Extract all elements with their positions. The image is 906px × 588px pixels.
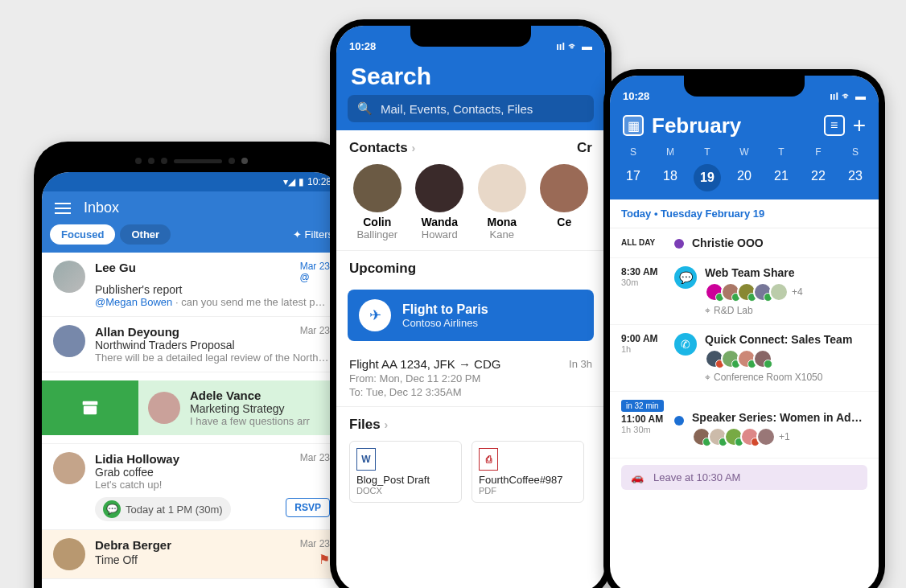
avatar bbox=[148, 392, 180, 424]
sender-name: Adele Vance bbox=[190, 389, 320, 402]
snippet: I have a few questions arr bbox=[190, 415, 320, 427]
subject: Northwind Traders Proposal bbox=[95, 339, 330, 352]
day-button[interactable]: 20 bbox=[728, 164, 760, 191]
weekday-row: S M T W T F S bbox=[610, 143, 879, 161]
message-row[interactable]: Debra Berger Mar 23 Time Off ⚑ bbox=[42, 530, 341, 579]
day-button[interactable]: 17 bbox=[617, 164, 649, 191]
countdown-badge: in 32 min bbox=[621, 400, 664, 412]
status-bar: ▾◢▮ 10:28 bbox=[42, 172, 341, 191]
file-card[interactable]: ⎙ FourthCoffee#987 PDF bbox=[472, 441, 584, 503]
phone-inbox: ▾◢▮ 10:28 Inbox Focused Other ✦ Filters bbox=[34, 142, 349, 588]
contact-first: Colin bbox=[349, 216, 406, 228]
contact-first: Mona bbox=[474, 216, 530, 228]
wifi-icon: ᯤ bbox=[568, 40, 579, 52]
contacts-header[interactable]: Contacts › Cr bbox=[336, 130, 605, 161]
date-row: 17 18 19 20 21 22 23 bbox=[610, 161, 879, 195]
event-chip: 💬 Today at 1 PM (30m) bbox=[95, 497, 231, 521]
upcoming-sub: Contoso Airlines bbox=[402, 317, 488, 329]
notch bbox=[410, 26, 531, 47]
sender-name: Lee Gu bbox=[95, 261, 136, 274]
word-icon: W bbox=[356, 448, 376, 471]
contact-last: Kane bbox=[474, 228, 530, 241]
attendees: +1 bbox=[692, 427, 867, 446]
contact-first: Wanda bbox=[412, 216, 468, 228]
svg-rect-1 bbox=[84, 406, 97, 415]
file-card[interactable]: W Blog_Post Draft DOCX bbox=[349, 441, 462, 503]
plane-icon: ✈ bbox=[359, 299, 391, 331]
contact-first: Ce bbox=[537, 216, 593, 228]
flight-item[interactable]: Flight AA 1234, JFK → CDG In 3h From: Mo… bbox=[336, 349, 605, 407]
day-button-today[interactable]: 19 bbox=[694, 164, 721, 191]
event-title: Christie OOO bbox=[692, 236, 867, 249]
archive-icon bbox=[79, 397, 101, 419]
event-dot bbox=[674, 416, 684, 426]
day-button[interactable]: 22 bbox=[802, 164, 834, 191]
month-title[interactable]: February bbox=[652, 113, 816, 138]
day-button[interactable]: 21 bbox=[765, 164, 797, 191]
event-time: in 32 min 11:00 AM 1h 30m bbox=[621, 400, 666, 450]
attendees bbox=[705, 349, 867, 368]
allday-label: ALL DAY bbox=[621, 236, 666, 249]
contact-card[interactable]: Colin Ballinger bbox=[349, 164, 406, 241]
contact-last: Ballinger bbox=[349, 228, 406, 241]
contact-card[interactable]: Mona Kane bbox=[474, 164, 530, 241]
attendees: +4 bbox=[705, 282, 867, 302]
event-row[interactable]: 9:00 AM 1h ✆ Quick Connect: Sales Team ⌖… bbox=[610, 325, 879, 392]
agenda-icon[interactable]: ≡ bbox=[824, 115, 845, 136]
message-date: Mar 23 @ bbox=[300, 261, 330, 283]
archive-action[interactable] bbox=[42, 380, 138, 435]
sender-name: Allan Deyoung bbox=[95, 325, 179, 339]
message-date: Mar 23 bbox=[300, 325, 330, 336]
sender-name: Lidia Holloway bbox=[95, 452, 179, 466]
add-event-button[interactable]: + bbox=[853, 113, 866, 138]
contact-card[interactable]: Ce bbox=[537, 164, 593, 241]
tab-other[interactable]: Other bbox=[120, 224, 171, 245]
upcoming-card[interactable]: ✈ Flight to Paris Contoso Airlines bbox=[348, 290, 594, 341]
flight-eta: In 3h bbox=[569, 358, 592, 370]
message-row[interactable]: Allan Deyoung Mar 23 Northwind Traders P… bbox=[42, 317, 341, 372]
message-row-swiped[interactable]: Adele Vance Marketing Strategy I have a … bbox=[42, 372, 341, 444]
event-row[interactable]: in 32 min 11:00 AM 1h 30m Speaker Series… bbox=[610, 392, 879, 458]
notch bbox=[684, 76, 805, 97]
snippet: There will be a detailed legal review of… bbox=[95, 352, 330, 364]
snippet: @Megan Bowen · can you send me the lates… bbox=[95, 296, 330, 308]
signal-icon: ııl bbox=[556, 40, 565, 52]
wifi-icon: ᯤ bbox=[842, 90, 852, 102]
chat-icon: 💬 bbox=[674, 266, 697, 289]
calendar-icon[interactable]: ▦ bbox=[623, 115, 644, 136]
contacts-list: Colin Ballinger Wanda Howard Mona Kane C… bbox=[336, 161, 605, 251]
chevron-right-icon: › bbox=[411, 142, 415, 154]
allday-row[interactable]: ALL DAY Christie OOO bbox=[610, 228, 879, 258]
search-icon: 🔍 bbox=[357, 101, 373, 116]
event-title: Quick Connect: Sales Team bbox=[705, 333, 867, 346]
event-row[interactable]: 8:30 AM 30m 💬 Web Team Share +4 ⌖R&D Lab bbox=[610, 258, 879, 325]
date-heading: Today • Tuesday February 19 bbox=[610, 199, 879, 228]
pin-icon: ⌖ bbox=[705, 372, 710, 383]
create-link[interactable]: Cr bbox=[577, 140, 592, 156]
subject: Publisher's report bbox=[95, 283, 330, 296]
avatar bbox=[478, 164, 526, 212]
filters-button[interactable]: ✦ Filters bbox=[293, 228, 333, 241]
day-button[interactable]: 23 bbox=[839, 164, 871, 191]
tab-focused[interactable]: Focused bbox=[50, 224, 115, 245]
rsvp-button[interactable]: RSVP bbox=[286, 498, 330, 517]
battery-icon: ▬ bbox=[855, 90, 866, 102]
message-row[interactable]: Lee Gu Mar 23 @ Publisher's report @Mega… bbox=[42, 253, 341, 317]
avatar bbox=[53, 452, 85, 484]
phone-icon: ✆ bbox=[674, 333, 697, 356]
day-button[interactable]: 18 bbox=[654, 164, 686, 191]
chat-icon: 💬 bbox=[103, 500, 121, 518]
upcoming-title: Flight to Paris bbox=[402, 302, 488, 317]
message-row[interactable]: Lidia Holloway Mar 23 Grab coffee Let's … bbox=[42, 444, 341, 530]
event-title: Web Team Share bbox=[705, 266, 867, 279]
contact-card[interactable]: Wanda Howard bbox=[412, 164, 468, 241]
search-input[interactable]: 🔍 Mail, Events, Contacts, Files bbox=[348, 95, 594, 122]
event-dot bbox=[674, 239, 684, 249]
leave-reminder[interactable]: 🚗 Leave at 10:30 AM bbox=[621, 465, 867, 490]
mention-icon: @ bbox=[300, 272, 310, 283]
message-date: Mar 23 bbox=[300, 538, 330, 549]
files-header[interactable]: Files › bbox=[336, 407, 605, 438]
page-title: Inbox bbox=[84, 199, 119, 216]
file-name: FourthCoffee#987 bbox=[479, 474, 577, 486]
menu-icon[interactable] bbox=[55, 203, 71, 214]
